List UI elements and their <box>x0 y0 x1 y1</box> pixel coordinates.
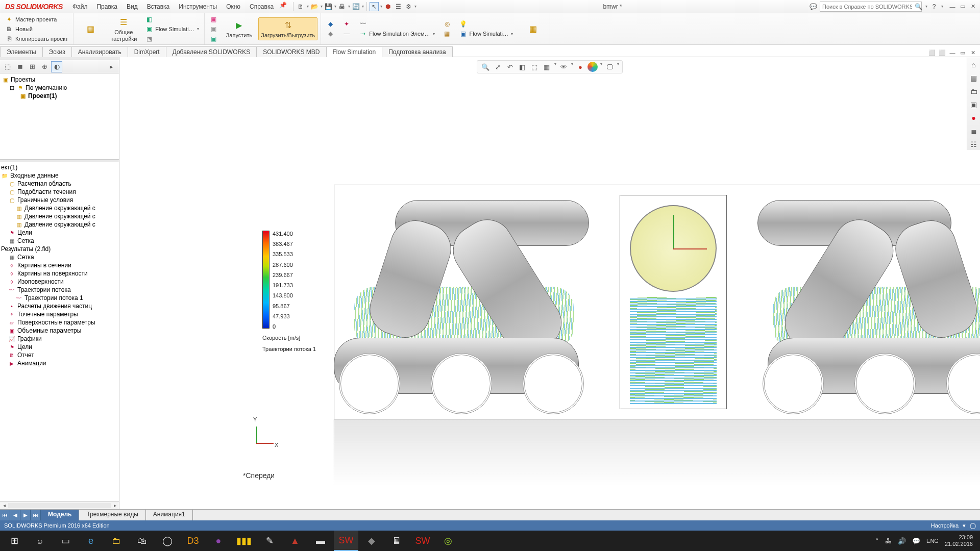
ribbon-project-wizard[interactable]: ✦Мастер проекта <box>3 15 70 24</box>
ribbon-btn-a1[interactable]: ▦ <box>77 22 104 36</box>
ribbon-sm-1[interactable]: ◧ <box>143 15 201 24</box>
tray-clock[interactable]: 23:09 21.02.2016 <box>945 534 973 547</box>
panel-tab-config-icon[interactable]: ⊞ <box>27 61 38 72</box>
taskview-icon[interactable]: ▭ <box>53 531 78 551</box>
taskbar-search-icon[interactable]: ⌕ <box>28 531 52 551</box>
taskpane-forum-icon[interactable]: ☷ <box>968 139 979 150</box>
section-view-icon[interactable]: ◧ <box>517 62 527 72</box>
tree-xy-plots[interactable]: 📈Графики <box>0 335 119 343</box>
tree-point-params[interactable]: ⌖Точечные параметры <box>0 310 119 318</box>
ribbon-sm-c2[interactable]: ◆ <box>324 29 336 38</box>
tab-dimxpert[interactable]: DimXpert <box>128 46 166 57</box>
tab-addins[interactable]: Добавления SOLIDWORKS <box>166 46 257 57</box>
taskbar-app-green-icon[interactable]: ◎ <box>436 531 460 551</box>
doctab-prev-icon[interactable]: ◀ <box>10 510 20 520</box>
taskbar-calc-icon[interactable]: 🖩 <box>385 531 409 551</box>
ribbon-run[interactable]: ▶Запустить <box>224 18 255 39</box>
appearance-icon[interactable]: ● <box>575 62 585 72</box>
ribbon-sm-c1[interactable]: ◆ <box>324 19 336 29</box>
taskbar-app-red-icon[interactable]: ▲ <box>283 531 307 551</box>
status-caret-icon[interactable]: ▾ <box>963 522 966 529</box>
doctab-3d-views[interactable]: Трехмерные виды <box>79 510 145 520</box>
ribbon-sm-d2[interactable]: ▦ <box>441 29 453 38</box>
open-doc-icon[interactable]: 📂 <box>310 2 319 11</box>
options-a-icon[interactable]: ⬢ <box>383 2 393 11</box>
tree-isosurfaces[interactable]: ◊Изоповерхности <box>0 278 119 286</box>
select-cursor-icon[interactable]: ↖ <box>370 2 379 11</box>
ribbon-general-settings[interactable]: ☰Общие настройки <box>108 15 139 42</box>
taskbar-store-icon[interactable]: 🛍 <box>130 531 154 551</box>
tree-domain[interactable]: ▢Расчетная область <box>0 180 119 188</box>
taskbar-app-notes-icon[interactable]: ✎ <box>257 531 282 551</box>
tree-flow-trajectory-1[interactable]: 〰Траектории потока 1 <box>0 294 119 302</box>
ribbon-sm-c5[interactable]: 〰 <box>357 19 436 29</box>
taskpane-lib-icon[interactable]: ▤ <box>968 72 979 84</box>
doctab-model[interactable]: Модель <box>41 510 79 520</box>
render-icon[interactable]: 🖵 <box>604 62 615 72</box>
tree-cut-plots[interactable]: ◊Картины в сечении <box>0 261 119 269</box>
start-button-icon[interactable]: ⊞ <box>2 531 27 551</box>
menu-tools[interactable]: Инструменты <box>174 1 222 13</box>
doctab-first-icon[interactable]: ⏮ <box>0 510 10 520</box>
ribbon-sm-c3[interactable]: ✦ <box>340 19 353 29</box>
tree-flow-trajectories[interactable]: 〰Траектории потока <box>0 286 119 294</box>
tree-particle-studies[interactable]: •Расчеты движения частиц <box>0 302 119 310</box>
orientation-triad[interactable]: Y X <box>252 417 283 448</box>
tree-bc-2[interactable]: ▥Давление окружающей с <box>0 212 119 220</box>
tray-network-icon[interactable]: 🖧 <box>885 537 892 545</box>
settings-gear-icon[interactable]: ⚙ <box>404 2 413 11</box>
tree-projects-root[interactable]: ▣Проекты <box>1 76 118 84</box>
tree-mesh-results[interactable]: ▦Сетка <box>0 253 119 261</box>
help-question-icon[interactable]: ? <box>929 2 939 11</box>
search-icon[interactable]: 🔍 <box>914 2 923 11</box>
tree-horizontal-scrollbar[interactable]: ◂▸ <box>0 501 119 509</box>
view-orient-icon[interactable]: ⬚ <box>529 62 540 72</box>
ribbon-table[interactable]: ▦ <box>519 22 547 36</box>
options-b-icon[interactable]: ☰ <box>394 2 403 11</box>
tray-chevron-icon[interactable]: ˄ <box>875 537 879 545</box>
ribbon-project-clone[interactable]: ⎘Клонировать проект <box>3 34 70 43</box>
ribbon-sm-3[interactable]: ⬔ <box>143 34 201 43</box>
ribbon-flow-sim-dd[interactable]: ▣Flow Simulati…▾ <box>143 24 201 34</box>
window-restore-icon[interactable]: ▭ <box>959 3 967 11</box>
menu-pin-icon[interactable]: 📌 <box>278 1 287 10</box>
tab-win-icon-2[interactable]: ⬜ <box>938 48 946 57</box>
doctab-animation[interactable]: Анимация1 <box>146 510 193 520</box>
tray-volume-icon[interactable]: 🔊 <box>898 537 906 545</box>
taskbar-app-vi-icon[interactable]: ● <box>206 531 231 551</box>
tree-default-config[interactable]: ⊟⚑По умолчанию <box>1 84 118 92</box>
tree-proj-header[interactable]: ект(1) <box>0 163 119 171</box>
taskbar-app-d3-icon[interactable]: D3 <box>181 531 205 551</box>
ribbon-sm-d1[interactable]: ◎ <box>441 19 453 29</box>
analysis-tree[interactable]: ект(1) 📁Входные данные ▢Расчетная област… <box>0 162 119 501</box>
tree-mesh[interactable]: ▦Сетка <box>0 237 119 245</box>
panel-tab-property-icon[interactable]: ≣ <box>14 61 26 72</box>
taskbar-app-bars-icon[interactable]: ▮▮▮ <box>232 531 256 551</box>
taskbar-app-grey-icon[interactable]: ◆ <box>359 531 384 551</box>
taskpane-appear-icon[interactable]: ● <box>968 112 979 123</box>
tab-win-close-icon[interactable]: ✕ <box>969 48 977 57</box>
taskbar-app-flag-icon[interactable]: ▬ <box>308 531 333 551</box>
tab-analyze[interactable]: Анализировать <box>71 46 128 57</box>
print-icon[interactable]: 🖶 <box>337 2 347 11</box>
ribbon-project-new[interactable]: 🗎Новый <box>3 24 70 34</box>
tray-language[interactable]: ENG <box>926 538 939 544</box>
status-extra-icon[interactable]: ◯ <box>970 522 976 529</box>
ribbon-sm-d3[interactable]: 💡 <box>457 19 515 29</box>
taskbar-chrome-icon[interactable]: ◯ <box>155 531 180 551</box>
panel-tab-flow-sim-icon[interactable]: ◐ <box>51 61 62 72</box>
tree-project-1[interactable]: ▣Проект(1) <box>1 92 118 100</box>
tab-elements[interactable]: Элементы <box>0 46 43 57</box>
projects-tree[interactable]: ▣Проекты ⊟⚑По умолчанию ▣Проект(1) <box>0 73 119 159</box>
taskbar-sw2-icon[interactable]: SW <box>410 531 435 551</box>
taskpane-files-icon[interactable]: 🗀 <box>968 86 979 97</box>
tab-win-icon-1[interactable]: ⬜ <box>928 48 936 57</box>
panel-tab-feature-tree-icon[interactable]: ⬚ <box>2 61 13 72</box>
status-customize[interactable]: Настройка <box>931 522 959 529</box>
tab-win-min-icon[interactable]: — <box>948 48 957 57</box>
tree-report[interactable]: 🗎Отчет <box>0 351 119 359</box>
tab-sketch[interactable]: Эскиз <box>42 46 72 57</box>
tree-volume-params[interactable]: ▣Объемные параметры <box>0 327 119 335</box>
menu-help[interactable]: Справка <box>245 1 278 13</box>
ribbon-fs-res[interactable]: ▣Flow Simulati…▾ <box>457 29 515 38</box>
